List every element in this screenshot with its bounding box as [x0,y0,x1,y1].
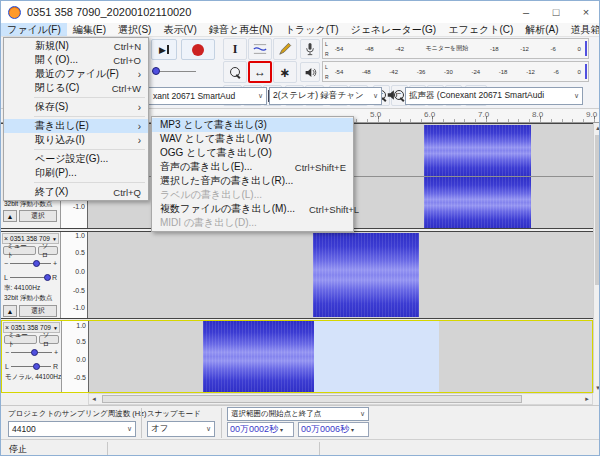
track-3-vertical-ruler[interactable]: 1.0 0.5 0.0 -0.5 [62,321,89,392]
pan-thumb[interactable] [44,274,51,281]
file-menu-new[interactable]: 新規(N)Ctrl+N [4,39,148,53]
timeshift-tool-button[interactable]: ↔ [248,61,272,83]
scroll-right-icon[interactable]: ▸ [582,394,592,404]
track-1-clip-right-channel[interactable] [424,177,531,228]
menu-generate[interactable]: ジェネレーター(G) [345,23,443,36]
ruler-label: -1.0 [73,203,85,210]
maximize-button[interactable]: □ [541,1,571,23]
track-3-solo-button[interactable]: ソロ [39,335,59,344]
file-menu-close[interactable]: 閉じる(C)Ctrl+W [4,81,148,95]
track-2-gain-slider[interactable]: − + [4,257,57,269]
track-1-collapse-button[interactable]: ▲ [3,210,17,222]
vertical-scrollbar[interactable]: ▲ ▼ [593,123,600,393]
track-3-gain-slider[interactable]: − + [5,346,58,358]
export-selected-audio[interactable]: 選択した音声の書き出し(R)... [152,174,353,188]
track-2-clip[interactable] [313,233,419,317]
close-button[interactable]: × [571,1,600,23]
selection-start-field[interactable]: 00万0002秒 ▾ [227,422,294,437]
file-menu-import[interactable]: 取り込み(I)› [4,133,148,147]
zoom-tool-button[interactable] [223,61,247,83]
menu-view[interactable]: 表示(V) [157,23,202,36]
file-menu-recent[interactable]: 最近のファイル(F)› [4,67,148,81]
track-2-select-button[interactable]: 選択 [19,305,57,317]
menu-edit[interactable]: 編集(E) [67,23,112,36]
title-bar: 0351 358 7090_20200102110020 – □ × [1,1,600,23]
export-mp3[interactable]: MP3 として書き出し(3) [152,118,353,132]
pan-left-label: L [5,363,9,370]
track-2-mute-button[interactable]: ミュート [3,246,36,255]
selection-range-mode-value: 選択範囲の開始点と終了点 [231,409,321,419]
play-speed-slider[interactable] [150,66,198,76]
dropdown-icon[interactable]: ▾ [280,426,283,433]
track-2-solo-button[interactable]: ソロ [38,246,58,255]
record-button[interactable] [181,39,215,60]
track-2-format: 32bit 浮動小数点 [4,294,60,303]
microphone-icon [304,42,316,56]
vertical-scroll-thumb[interactable] [595,135,600,285]
scroll-left-icon[interactable]: ◂ [89,394,99,404]
recording-channels-combo[interactable]: 2(ステレオ) 録音チャン ∨ [269,87,382,105]
project-rate-combo[interactable]: 44100 ∨ [8,421,136,437]
scroll-down-icon[interactable]: ▼ [594,383,600,393]
menu-transport[interactable]: 録音と再生(N) [203,23,279,36]
divider [141,408,142,438]
record-meter-mic-button[interactable] [300,39,320,59]
track-3-control-panel[interactable]: × 0351 358 709 ▼ ミュート ソロ − + L R モノラル, 4… [2,321,62,392]
menu-effect[interactable]: エフェクト(C) [442,23,519,36]
envelope-tool-button[interactable] [248,38,272,60]
track-3-pan-slider[interactable]: L R [5,360,58,372]
export-audio[interactable]: 音声の書き出し(E)...Ctrl+Shift+E [152,160,353,174]
selection-region[interactable] [314,321,439,392]
scroll-up-icon[interactable]: ▲ [594,123,600,133]
combo-caret-icon: ∨ [370,92,378,100]
submenu-arrow-icon: › [138,69,141,80]
skip-to-end-button[interactable]: ▶ [151,39,177,60]
play-speed-thumb[interactable] [152,67,160,75]
selection-range-mode-combo[interactable]: 選択範囲の開始点と終了点 ∨ [227,407,369,421]
track-2-vertical-ruler[interactable]: 1.0 0.5 0.0 -0.5 -1.0 [61,232,88,318]
horizontal-scrollbar[interactable]: ◂ ▸ [88,393,593,405]
recording-meter[interactable]: LR -54-48-42モニターを開始-18-12-60 [322,38,589,59]
menu-analyze[interactable]: 解析(A) [519,23,564,36]
track-2-control-panel[interactable]: × 0351 358 709 ▼ ミュート ソロ − + L R 率: 4410… [1,232,61,318]
draw-tool-button[interactable] [273,38,297,60]
timeshift-icon: ↔ [254,65,266,79]
selection-end-field[interactable]: 00万0006秒 ▾ [298,422,369,437]
file-menu-page-setup[interactable]: ページ設定(G)... [4,152,148,166]
snap-mode-combo[interactable]: オフ ∨ [147,421,215,437]
file-menu-open[interactable]: 開く(O)...Ctrl+O [4,53,148,67]
playback-device-combo[interactable]: 拡声器 (Conexant 20671 SmartAudi ∨ [405,87,583,105]
track-1-select-button[interactable]: 選択 [19,210,57,222]
track-2-waveform-area[interactable] [88,232,593,318]
track-1-clip-left-channel[interactable] [424,125,531,176]
menu-tracks[interactable]: トラック(T) [279,23,345,36]
menu-tools[interactable]: 道具箱(O) [565,23,600,36]
dropdown-icon[interactable]: ▾ [351,426,354,433]
selection-tool-button[interactable]: I [223,38,247,60]
play-meter-speaker-button[interactable] [300,62,320,82]
combo-caret-icon: ∨ [255,92,263,100]
track-1-format: 32bit 浮動小数点 [4,200,52,209]
file-menu-export[interactable]: 書き出し(E)› [4,119,148,133]
track-2-pan-slider[interactable]: L R [4,271,57,283]
playback-meter[interactable]: LR -54-48-42-36-30-24-18-12-60 [322,61,589,82]
file-menu-save[interactable]: 保存(S)› [4,100,148,114]
track-3-waveform-area[interactable] [89,321,592,392]
pan-thumb[interactable] [33,363,40,370]
divider [107,442,108,456]
file-menu-exit[interactable]: 終了(X)Ctrl+Q [4,185,148,199]
minimize-button[interactable]: – [511,1,541,23]
track-3-clip[interactable] [203,321,314,392]
export-multiple[interactable]: 複数ファイルの書き出し(M)...Ctrl+Shift+L [152,202,353,216]
menu-file[interactable]: ファイル(F) [1,23,67,36]
menu-select[interactable]: 選択(S) [112,23,157,36]
horizontal-scroll-thumb[interactable] [102,395,522,403]
export-ogg[interactable]: OGG として書き出し(O) [152,146,353,160]
gain-thumb[interactable] [31,349,38,356]
export-wav[interactable]: WAV として書き出し(W) [152,132,353,146]
file-menu-print[interactable]: 印刷(P)... [4,166,148,180]
gain-thumb[interactable] [33,260,40,267]
multi-tool-button[interactable]: ∗ [273,61,297,83]
track-3-mute-button[interactable]: ミュート [4,335,37,344]
track-2-collapse-button[interactable]: ▲ [3,305,17,317]
